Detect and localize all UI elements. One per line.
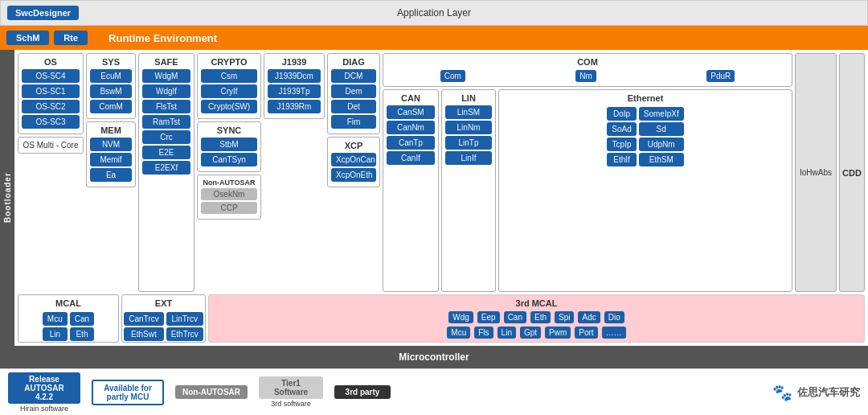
lin-3rd-btn[interactable]: Lin <box>497 327 516 339</box>
com-section: COM Com Nm PduR CAN CanSM CanNm <box>383 53 792 292</box>
wdgif-btn[interactable]: WdgIf <box>142 84 190 98</box>
rte-button[interactable]: Rte <box>54 31 88 45</box>
schm-button[interactable]: SchM <box>6 31 49 45</box>
legend-non-autosar-box: Non-AUTOSAR <box>175 385 248 399</box>
linnm-btn[interactable]: LinNm <box>445 121 492 134</box>
e2exf-btn[interactable]: E2EXf <box>142 161 190 175</box>
flstst-btn[interactable]: FlsTst <box>142 100 190 113</box>
non-autosar-title: Non-AUTOSAR <box>201 179 257 187</box>
dio-3rd-btn[interactable]: Dio <box>604 311 624 323</box>
linsm-btn[interactable]: LinSM <box>445 105 492 119</box>
app-layer-label: Application Layer <box>397 7 471 18</box>
ethswt-btn[interactable]: EthSwt <box>124 327 163 341</box>
logo-area: 🐾 佐思汽车研究 <box>772 383 860 402</box>
e2e-btn[interactable]: E2E <box>142 146 190 159</box>
ccp-btn[interactable]: CCP <box>201 202 257 214</box>
comm-btn[interactable]: ComM <box>90 100 132 113</box>
j1939-title: J1939 <box>268 57 321 67</box>
j1939-box: J1939 J1939Dcm J1939Tp J1939Rm <box>264 53 325 119</box>
can-box: CAN CanSM CanNm CanTp CanIf <box>383 89 439 292</box>
cantsyn-btn[interactable]: CanTSyn <box>201 153 257 166</box>
eth-3rd-btn[interactable]: Eth <box>530 311 551 323</box>
ramtst-btn[interactable]: RamTst <box>142 115 190 129</box>
middle-row: Bootloader OS OS-SC4 OS-SC1 OS-SC2 OS-SC… <box>0 50 868 346</box>
dcm-btn[interactable]: DCM <box>331 69 376 83</box>
swc-designer-button[interactable]: SwcDesigner <box>7 6 79 20</box>
ethtrcv-btn[interactable]: EthTrcv <box>166 327 203 341</box>
nm-btn[interactable]: Nm <box>575 70 596 82</box>
crypto-section: CRYPTO Csm CryIf Crypto(SW) SYNC StbM Ca… <box>197 53 261 292</box>
bswm-btn[interactable]: BswM <box>90 84 132 98</box>
ellipsis-3rd-btn[interactable]: …… <box>602 327 626 339</box>
cantrcv-btn[interactable]: CanTrcv <box>124 312 163 326</box>
memif-btn[interactable]: Memif <box>90 153 132 166</box>
udpnm-btn[interactable]: UdpNm <box>639 138 684 151</box>
j1939rm-btn[interactable]: J1939Rm <box>268 100 321 113</box>
lin-box: LIN LinSM LinNm LinTp LinIf <box>441 89 496 292</box>
sys-mem-section: SYS EcuM BswM ComM MEM NVM Memif Ea <box>86 53 136 292</box>
ethsm-btn[interactable]: EthSM <box>639 153 684 166</box>
j1939dcm-btn[interactable]: J1939Dcm <box>268 69 321 83</box>
lin-mcal-btn[interactable]: Lin <box>43 327 68 341</box>
cryif-btn[interactable]: CryIf <box>201 84 257 98</box>
canif-btn[interactable]: CanIf <box>387 151 435 165</box>
fls-3rd-btn[interactable]: Fls <box>474 327 493 339</box>
nvm-btn[interactable]: NVM <box>90 138 132 151</box>
lintrcv-btn[interactable]: LinTrcv <box>166 312 203 326</box>
mcu-3rd-btn[interactable]: Mcu <box>447 327 470 339</box>
mcu-btn[interactable]: Mcu <box>43 312 68 326</box>
xcp-title: XCP <box>331 141 376 150</box>
crc-btn[interactable]: Crc <box>142 130 190 144</box>
port-3rd-btn[interactable]: Port <box>575 327 597 339</box>
soad-btn[interactable]: SoAd <box>607 122 636 136</box>
os-sc1[interactable]: OS-SC1 <box>22 84 80 98</box>
spi-3rd-btn[interactable]: Spi <box>555 311 574 323</box>
xcpon-can-btn[interactable]: XcpOnCan <box>331 153 376 166</box>
stbm-btn[interactable]: StbM <box>201 138 257 151</box>
lintp-btn[interactable]: LinTp <box>445 136 492 150</box>
wdg-3rd-btn[interactable]: Wdg <box>448 311 473 323</box>
linif-btn[interactable]: LinIf <box>445 151 492 165</box>
os-sc4[interactable]: OS-SC4 <box>22 69 80 83</box>
gpt-3rd-btn[interactable]: Gpt <box>520 327 541 339</box>
can-3rd-btn[interactable]: Can <box>504 311 526 323</box>
lin-title: LIN <box>445 93 492 103</box>
can-mcal-btn[interactable]: Can <box>70 312 94 326</box>
tcpip-btn[interactable]: TcpIp <box>607 138 636 151</box>
os-sc2[interactable]: OS-SC2 <box>22 100 80 113</box>
top-modules-row: OS OS-SC4 OS-SC1 OS-SC2 OS-SC3 OS Multi … <box>18 53 865 292</box>
cannm-btn[interactable]: CanNm <box>387 121 435 134</box>
eth-mcal-btn[interactable]: Eth <box>70 327 94 341</box>
iohwabs-box: IoHwAbs <box>795 53 837 292</box>
cansm-btn[interactable]: CanSM <box>387 105 435 119</box>
os-title: OS <box>22 57 80 67</box>
dem-btn[interactable]: Dem <box>331 84 376 98</box>
doip-btn[interactable]: DoIp <box>607 107 636 121</box>
eep-3rd-btn[interactable]: Eep <box>477 311 500 323</box>
cantp-btn[interactable]: CanTp <box>387 136 435 150</box>
j1939tp-btn[interactable]: J1939Tp <box>268 84 321 98</box>
pdur-btn[interactable]: PduR <box>706 70 735 82</box>
det-btn[interactable]: Det <box>331 100 376 113</box>
fim-btn[interactable]: Fim <box>331 115 376 129</box>
csm-btn[interactable]: Csm <box>201 69 257 83</box>
cryptosw-btn[interactable]: Crypto(SW) <box>201 100 257 113</box>
wdgm-btn[interactable]: WdgM <box>142 69 190 83</box>
com-btn[interactable]: Com <box>440 70 465 82</box>
xcpon-eth-btn[interactable]: XcpOnEth <box>331 168 376 182</box>
adc-3rd-btn[interactable]: Adc <box>578 311 600 323</box>
ea-btn[interactable]: Ea <box>90 168 132 182</box>
sd-btn[interactable]: Sd <box>639 122 684 136</box>
mem-box: MEM NVM Memif Ea <box>86 121 136 187</box>
pwm-3rd-btn[interactable]: Pwm <box>545 327 571 339</box>
legend-available-box: Available forpartly MCU <box>92 380 164 405</box>
logo-icon: 🐾 <box>772 383 792 402</box>
ethif-btn[interactable]: EthIf <box>607 153 636 166</box>
oseknm-btn[interactable]: OsekNm <box>201 188 257 200</box>
legend-3rd-software-label: 3rd software <box>271 400 311 408</box>
ecum-btn[interactable]: EcuM <box>90 69 132 83</box>
diag-box: DIAG DCM Dem Det Fim <box>327 53 380 134</box>
someipxf-btn[interactable]: SomeIpXf <box>639 107 684 121</box>
ext-box: EXT CanTrcv EthSwt LinTrcv EthTrcv <box>121 294 206 343</box>
os-sc3[interactable]: OS-SC3 <box>22 115 80 129</box>
